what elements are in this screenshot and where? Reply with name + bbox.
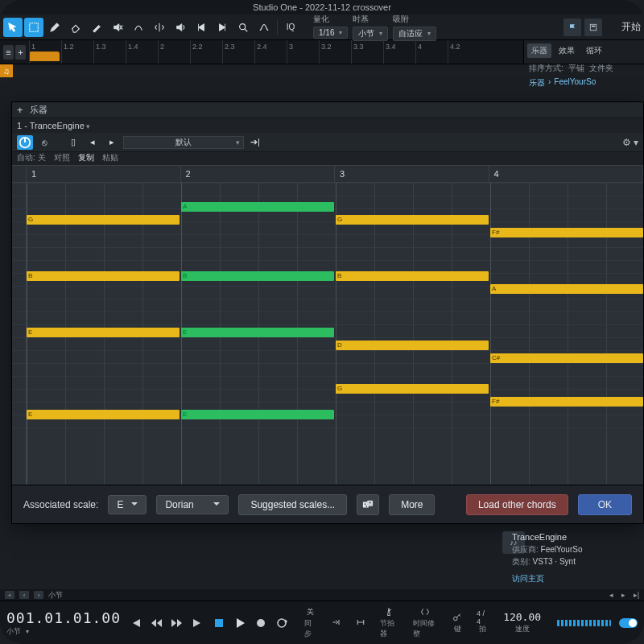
pencil-tool-icon[interactable] [45, 18, 64, 37]
record-icon[interactable] [254, 617, 267, 630]
timecode-unit[interactable]: 小节 [6, 626, 121, 637]
mini-add-icon[interactable]: + [5, 591, 14, 599]
bend-tool-icon[interactable] [129, 18, 148, 37]
bar-4[interactable]: 4 [489, 166, 644, 182]
mini-left-icon[interactable]: ‹ [19, 591, 29, 599]
tab-effects[interactable]: 效果 [555, 43, 579, 58]
timesig[interactable]: 4 / 4 [477, 612, 489, 623]
dice-icon[interactable] [357, 494, 379, 515]
split-tool-icon[interactable] [150, 18, 169, 37]
note[interactable]: B [27, 271, 180, 281]
key-icon[interactable] [452, 612, 462, 623]
track-selector[interactable]: 1 - TranceEngine [17, 121, 90, 130]
note[interactable]: G [336, 384, 489, 394]
scroll-left-icon[interactable]: ◂ [609, 591, 613, 599]
sort-flat[interactable]: 平铺 [568, 63, 584, 74]
forward-icon[interactable] [171, 617, 184, 630]
auto-off-label[interactable]: 自动: 关 [17, 152, 46, 165]
metronome-icon[interactable] [384, 606, 394, 617]
eraser-tool-icon[interactable] [66, 18, 85, 37]
suggested-scales-button[interactable]: Suggested scales... [238, 494, 347, 515]
chord-ruler[interactable]: 1 2 3 4 [12, 165, 643, 183]
note[interactable]: E [27, 328, 180, 337]
crumb-vendor[interactable]: FeelYourSo [554, 77, 596, 89]
bar-3[interactable]: 3 [335, 166, 489, 182]
loop-icon[interactable] [275, 617, 288, 630]
note[interactable]: E [27, 410, 180, 419]
note[interactable]: F# [490, 397, 643, 407]
monitor-toggle[interactable] [619, 618, 638, 628]
save-preset-icon[interactable]: ➔| [247, 135, 263, 150]
play-icon[interactable] [233, 617, 246, 630]
gear-icon[interactable]: ⚙ ▾ [622, 137, 638, 148]
timebase-value[interactable]: 小节 [353, 27, 388, 41]
piano-roll[interactable]: GBEEABEEGBDGF#AC#F# [12, 183, 643, 485]
prev-preset-icon[interactable]: ◂ [85, 135, 101, 150]
compare-label[interactable]: 对照 [54, 152, 70, 165]
ruler-add-icon[interactable]: + [15, 45, 26, 60]
scroll-play-icon[interactable]: ▸ [621, 591, 625, 599]
note[interactable]: C# [490, 353, 643, 363]
note[interactable]: G [27, 215, 180, 225]
tab-loops[interactable]: 循环 [582, 43, 606, 58]
quantize-value[interactable]: 1/16 [313, 27, 348, 39]
note[interactable]: D [336, 341, 489, 350]
visit-homepage-link[interactable]: 访问主页 [512, 572, 639, 584]
bar-2[interactable]: 2 [181, 166, 336, 182]
note[interactable]: E [181, 410, 334, 419]
note[interactable]: F# [490, 228, 643, 237]
go-end-icon[interactable] [192, 617, 204, 630]
timestretch-icon[interactable] [420, 606, 430, 617]
note[interactable]: B [336, 271, 489, 281]
power-icon[interactable] [17, 135, 33, 150]
add-instrument-icon[interactable]: + [17, 104, 23, 116]
tab-instruments[interactable]: 乐器 [527, 43, 551, 58]
note[interactable]: E [181, 328, 334, 337]
trim-start-icon[interactable] [192, 18, 211, 37]
timeline-ruler[interactable]: 11.21.31.422.22.32.433.23.33.444.2 [29, 40, 523, 64]
doc-icon[interactable]: ▯ [65, 135, 81, 150]
more-button[interactable]: More [389, 494, 435, 515]
zoom-tool-icon[interactable] [233, 18, 253, 37]
preroll-icon[interactable] [332, 617, 341, 628]
trim-end-icon[interactable] [213, 18, 232, 37]
marquee-tool-icon[interactable] [24, 18, 43, 37]
note[interactable]: B [181, 271, 334, 281]
mini-right-icon[interactable]: › [34, 591, 43, 599]
tempo[interactable]: 120.00 [503, 611, 541, 623]
go-start-icon[interactable] [129, 617, 142, 630]
note[interactable]: G [336, 215, 489, 225]
load-chords-button[interactable]: Load other chords [466, 494, 568, 515]
mode-select[interactable]: Dorian [156, 495, 229, 514]
stop-icon[interactable] [213, 617, 225, 630]
note[interactable]: A [490, 284, 643, 294]
pin-icon[interactable]: ⎋ [36, 135, 52, 150]
crumb-instr[interactable]: 乐器 [529, 77, 545, 89]
snap-value[interactable]: 自适应 [393, 27, 436, 41]
marker-flag-icon[interactable] [564, 19, 581, 36]
paste-label[interactable]: 粘贴 [102, 152, 118, 165]
mini-bars-label[interactable]: 小节 [48, 590, 63, 601]
bar-1[interactable]: 1 [27, 166, 181, 182]
listen-tool-icon[interactable] [171, 18, 190, 37]
ok-button[interactable]: OK [578, 494, 632, 515]
automation-tool-icon[interactable] [254, 18, 274, 37]
paint-tool-icon[interactable] [87, 18, 106, 37]
sync-off-icon[interactable]: 关 [307, 606, 314, 617]
scroll-end-icon[interactable]: ▸| [634, 591, 639, 599]
root-select[interactable]: E [108, 495, 147, 514]
ruler-menu-icon[interactable]: ≡ [3, 45, 14, 60]
preset-selector[interactable]: 默认 [123, 136, 244, 149]
arrow-tool-icon[interactable] [3, 18, 23, 37]
next-preset-icon[interactable]: ▸ [104, 135, 120, 150]
sort-folder[interactable]: 文件夹 [589, 63, 613, 74]
arrangement-icon[interactable] [584, 19, 602, 36]
rewind-icon[interactable] [150, 617, 163, 630]
timecode[interactable]: 001.01.01.00 [6, 609, 121, 626]
autopunch-icon[interactable] [356, 617, 365, 628]
chord-track-icon[interactable]: ♫ [0, 64, 13, 77]
iq-icon[interactable]: IQ [281, 18, 300, 37]
note[interactable]: A [181, 202, 334, 212]
mute-tool-icon[interactable] [108, 18, 127, 37]
copy-label[interactable]: 复制 [78, 152, 94, 165]
